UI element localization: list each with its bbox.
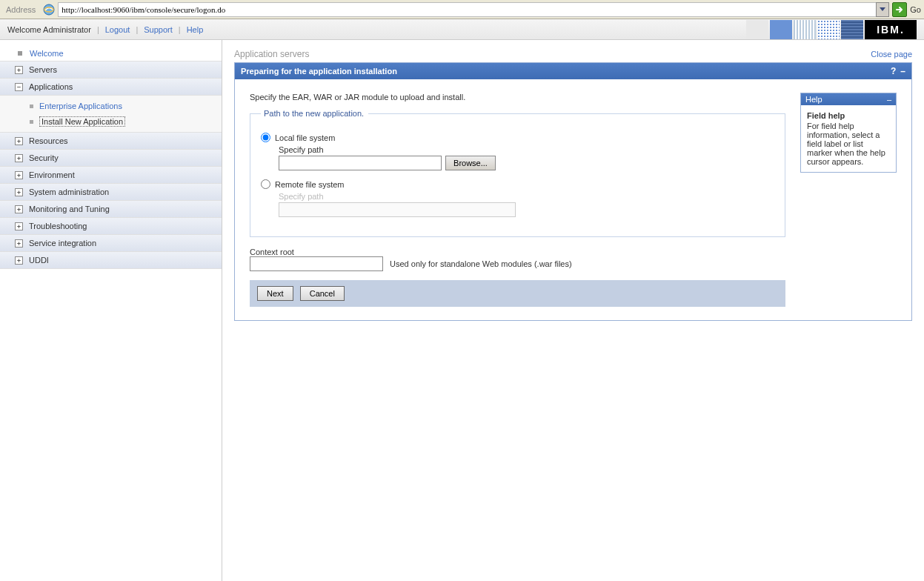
expand-icon[interactable]: + [15, 171, 23, 179]
panel-help-icon[interactable]: ? [891, 66, 896, 76]
help-box: Help – Field help For field help informa… [800, 93, 897, 173]
sidebar-item-uddi[interactable]: + UDDI [0, 251, 222, 269]
ie-icon [43, 4, 55, 16]
help-body: Field help For field help information, s… [801, 105, 896, 172]
context-root-input[interactable] [250, 256, 383, 271]
browse-button[interactable]: Browse... [445, 156, 496, 170]
remote-file-radio-row: Remote file system [261, 179, 774, 189]
collapse-icon[interactable]: − [15, 83, 23, 91]
context-root-label: Context root [250, 248, 785, 256]
console-top-bar: Welcome Administrator | Logout | Support… [0, 19, 924, 40]
remote-file-radio[interactable] [261, 179, 270, 189]
browser-address-bar: Address Go [0, 0, 924, 19]
help-minimize-icon[interactable]: – [887, 95, 891, 104]
remote-path-input [279, 202, 516, 217]
local-path-field: Specify path Browse... [279, 145, 774, 170]
sidebar-child-enterprise-applications[interactable]: Enterprise Applications [0, 99, 222, 113]
logout-link[interactable]: Logout [105, 25, 130, 34]
sidebar-item-environment[interactable]: + Environment [0, 166, 222, 184]
instruction-text: Specify the EAR, WAR or JAR module to up… [250, 93, 785, 102]
close-page-link[interactable]: Close page [871, 50, 912, 59]
local-file-label: Local file system [275, 133, 335, 142]
bullet-icon [18, 51, 22, 56]
help-title-bar: Help – [801, 93, 896, 105]
expand-icon[interactable]: + [15, 154, 23, 162]
expand-icon[interactable]: + [15, 137, 23, 145]
top-bar-left: Welcome Administrator | Logout | Support… [7, 25, 203, 34]
help-heading: Field help [807, 111, 890, 120]
panel-minimize-icon[interactable]: – [900, 66, 905, 76]
url-dropdown[interactable] [876, 2, 889, 17]
separator: | [136, 25, 138, 34]
fieldset-legend: Path to the new application. [261, 109, 368, 118]
sidebar-item-service-integration[interactable]: + Service integration [0, 234, 222, 252]
sidebar-child-install-new-application[interactable]: Install New Application [0, 113, 222, 130]
help-title: Help [805, 95, 822, 104]
sidebar-item-servers[interactable]: + Servers [0, 61, 222, 79]
sidebar-item-resources[interactable]: + Resources [0, 132, 222, 150]
sidebar-nav: Welcome + Servers − Applications Enterpr… [0, 40, 222, 581]
specify-path-label: Specify path [279, 145, 774, 154]
panel-body: Specify the EAR, WAR or JAR module to up… [235, 79, 911, 320]
page-title: Application servers [234, 49, 309, 59]
expand-icon[interactable]: + [15, 256, 23, 265]
bullet-icon [30, 104, 33, 108]
panel-title: Preparing for the application installati… [241, 67, 397, 76]
remote-path-field: Specify path [279, 192, 774, 217]
go-label: Go [910, 5, 921, 14]
remote-file-label: Remote file system [275, 180, 345, 189]
expand-icon[interactable]: + [15, 239, 23, 248]
form-area: Specify the EAR, WAR or JAR module to up… [250, 93, 785, 307]
help-text: For field help information, select a fie… [807, 122, 890, 166]
local-path-input[interactable] [279, 156, 442, 170]
local-file-radio-row: Local file system [261, 133, 774, 142]
expand-icon[interactable]: + [15, 222, 23, 230]
expand-icon[interactable]: + [15, 66, 23, 74]
sidebar-item-security[interactable]: + Security [0, 149, 222, 167]
decorative-blocks [746, 20, 863, 39]
go-arrow-icon [892, 2, 907, 17]
specify-path-label-disabled: Specify path [279, 192, 774, 201]
separator: | [179, 25, 181, 34]
local-file-radio[interactable] [261, 133, 270, 142]
next-button[interactable]: Next [257, 286, 293, 301]
content-header: Application servers Close page [234, 49, 912, 59]
help-link[interactable]: Help [187, 25, 204, 34]
path-fieldset: Path to the new application. Local file … [250, 109, 785, 237]
panel-titlebar: Preparing for the application installati… [235, 63, 911, 79]
expand-icon[interactable]: + [15, 188, 23, 196]
install-panel: Preparing for the application installati… [234, 62, 912, 321]
context-root-row: Context root Used only for standalone We… [250, 248, 785, 271]
sidebar-item-system-administration[interactable]: + System administration [0, 183, 222, 201]
context-root-hint: Used only for standalone Web modules (.w… [390, 259, 572, 268]
cancel-button[interactable]: Cancel [300, 286, 345, 301]
sidebar-applications-children: Enterprise Applications Install New Appl… [0, 96, 222, 133]
sidebar-item-troubleshooting[interactable]: + Troubleshooting [0, 217, 222, 235]
separator: | [97, 25, 99, 34]
welcome-user: Welcome Administrator [7, 25, 91, 34]
sidebar-item-applications[interactable]: − Applications [0, 78, 222, 96]
support-link[interactable]: Support [144, 25, 173, 34]
ibm-logo: IBM. [865, 20, 917, 39]
sidebar-item-monitoring-tuning[interactable]: + Monitoring and Tuning [0, 200, 222, 218]
content-area: Application servers Close page Preparing… [222, 40, 924, 581]
go-button[interactable]: Go [892, 2, 921, 17]
sidebar-welcome[interactable]: Welcome [0, 45, 222, 62]
expand-icon[interactable]: + [15, 205, 23, 213]
address-label: Address [3, 5, 39, 14]
url-input[interactable] [58, 2, 877, 17]
bullet-icon [30, 120, 33, 124]
top-bar-right: IBM. [746, 20, 917, 39]
main-layout: Welcome + Servers − Applications Enterpr… [0, 40, 924, 581]
button-bar: Next Cancel [250, 280, 785, 307]
